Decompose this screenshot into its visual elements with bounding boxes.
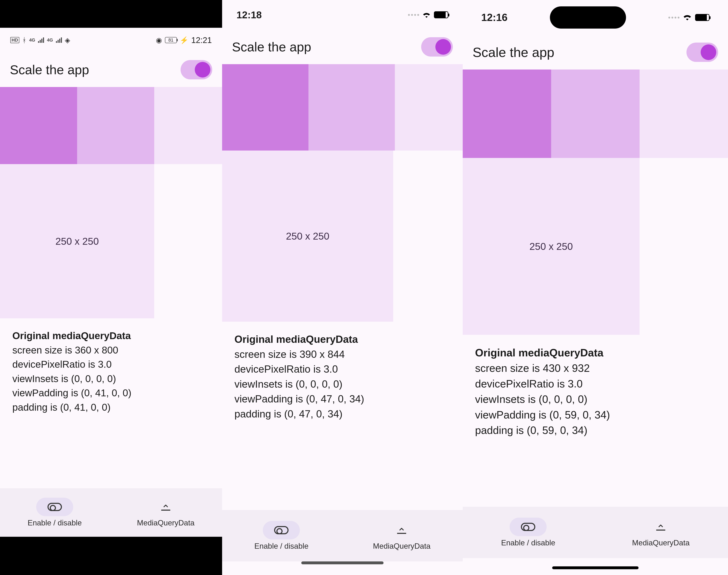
status-left: 12:18	[237, 9, 262, 21]
hd-icon: HD	[10, 37, 19, 43]
nav-label: MediaQueryData	[632, 539, 690, 547]
info-title: Original mediaQueryData	[12, 329, 210, 343]
switch-thumb	[701, 44, 716, 60]
info-line: viewPadding is (0, 59, 0, 34)	[475, 407, 716, 422]
cell-dots-icon	[668, 16, 680, 19]
status-right: ◉ 81 ⚡ 12:21	[156, 36, 212, 45]
signal-icon	[38, 37, 44, 43]
nav-item-mediaquery[interactable]: ⌃ MediaQueryData	[632, 518, 690, 547]
home-indicator[interactable]	[301, 562, 384, 564]
info-line: viewInsets is (0, 0, 0, 0)	[12, 372, 210, 386]
status-bar: 12:18	[222, 0, 463, 30]
expand-less-icon: ⌃	[656, 523, 665, 531]
bottom-nav: Enable / disable ⌃ MediaQueryData	[463, 507, 728, 558]
toggle-icon	[47, 503, 62, 511]
media-query-info: Original mediaQueryData screen size is 4…	[463, 335, 728, 438]
size-box-label: 250 x 250	[56, 236, 99, 247]
toggle-icon	[521, 523, 535, 531]
phone-android-1: HD ᚼ 4G 4G ◈ ◉ 81 ⚡ 12:21 Scale the app …	[0, 0, 222, 575]
nav-icon-pill	[510, 518, 547, 536]
charging-icon: ⚡	[180, 36, 188, 44]
status-bar: HD ᚼ 4G 4G ◈ ◉ 81 ⚡ 12:21	[0, 28, 222, 53]
color-block-dark	[463, 69, 551, 158]
bottom-nav: Enable / disable ⌃ MediaQueryData	[0, 488, 222, 537]
info-line: padding is (0, 41, 0, 0)	[12, 400, 210, 415]
page-title: Scale the app	[473, 45, 554, 60]
battery-text: 81	[168, 37, 173, 42]
app-bar: Scale the app	[0, 53, 222, 87]
phone-ios-2: 12:18 Scale the app 250 x 250 Original m…	[222, 0, 463, 575]
info-line: viewInsets is (0, 0, 0, 0)	[475, 392, 716, 407]
color-block-dark	[222, 64, 309, 150]
nav-item-mediaquery[interactable]: ⌃ MediaQueryData	[137, 498, 195, 527]
info-line: devicePixelRatio is 3.0	[12, 357, 210, 372]
signal-icon	[56, 37, 62, 43]
wifi-icon: ◈	[65, 36, 70, 44]
nav-item-mediaquery[interactable]: ⌃ MediaQueryData	[373, 521, 430, 550]
color-block-light	[154, 87, 222, 164]
size-box-label: 250 x 250	[286, 231, 330, 242]
info-line: viewInsets is (0, 0, 0, 0)	[235, 377, 450, 392]
app-bar: Scale the app	[222, 30, 463, 64]
battery-icon	[434, 11, 448, 18]
info-line: viewPadding is (0, 47, 0, 34)	[235, 392, 450, 407]
size-box: 250 x 250	[222, 150, 393, 322]
info-line: viewPadding is (0, 41, 0, 0)	[12, 386, 210, 400]
scale-switch[interactable]	[421, 37, 453, 57]
toggle-icon	[274, 526, 288, 534]
nav-label: Enable / disable	[28, 519, 82, 527]
bluetooth-icon: ᚼ	[22, 36, 26, 44]
media-query-info: Original mediaQueryData screen size is 3…	[0, 318, 222, 415]
nav-label: MediaQueryData	[373, 542, 430, 550]
color-row	[463, 69, 728, 158]
battery-icon: 81	[165, 37, 177, 43]
status-right	[408, 10, 448, 20]
info-line: screen size is 430 x 932	[475, 361, 716, 376]
network-4g-icon: 4G	[47, 37, 53, 43]
status-time: 12:16	[481, 11, 508, 24]
nav-item-enable[interactable]: Enable / disable	[501, 518, 555, 547]
phone-ios-3: 12:16 Scale the app 250 x 250 Original m…	[463, 0, 728, 575]
nav-icon-pill	[263, 521, 300, 539]
expand-less-icon: ⌃	[161, 503, 170, 511]
nav-label: MediaQueryData	[137, 519, 195, 527]
color-row	[0, 87, 222, 164]
home-indicator[interactable]	[552, 566, 638, 569]
nav-label: Enable / disable	[501, 539, 555, 547]
color-block-dark	[0, 87, 77, 164]
color-block-mid	[309, 64, 395, 150]
status-time: 12:21	[191, 36, 212, 45]
app-bar: Scale the app	[463, 35, 728, 69]
nav-icon-pill: ⌃	[147, 498, 184, 516]
switch-thumb	[195, 62, 210, 77]
nav-icon-pill	[36, 498, 73, 516]
nav-item-enable[interactable]: Enable / disable	[254, 521, 309, 550]
color-block-light	[395, 64, 463, 150]
letterbox-top	[0, 0, 222, 28]
cell-dots-icon	[408, 14, 419, 16]
bottom-nav: Enable / disable ⌃ MediaQueryData	[222, 510, 463, 562]
page-title: Scale the app	[10, 62, 89, 77]
scale-switch[interactable]	[180, 60, 212, 79]
switch-thumb	[436, 39, 451, 55]
expand-less-icon: ⌃	[397, 527, 406, 534]
scale-switch[interactable]	[687, 42, 718, 62]
info-line: devicePixelRatio is 3.0	[235, 362, 450, 377]
size-box: 250 x 250	[0, 164, 154, 318]
color-block-mid	[77, 87, 154, 164]
status-time: 12:18	[237, 9, 262, 21]
battery-icon	[695, 14, 709, 21]
nav-icon-pill: ⌃	[383, 521, 420, 539]
size-box: 250 x 250	[463, 158, 639, 335]
wifi-icon	[422, 10, 431, 20]
info-line: devicePixelRatio is 3.0	[475, 376, 716, 392]
nav-icon-pill: ⌃	[642, 518, 679, 536]
nav-item-enable[interactable]: Enable / disable	[28, 498, 82, 527]
info-line: screen size is 390 x 844	[235, 347, 450, 362]
wifi-icon	[682, 12, 692, 23]
network-4g-icon: 4G	[29, 37, 35, 43]
size-box-label: 250 x 250	[529, 241, 573, 252]
letterbox-bottom	[0, 537, 222, 575]
status-right	[668, 12, 709, 23]
eye-icon: ◉	[156, 36, 162, 44]
